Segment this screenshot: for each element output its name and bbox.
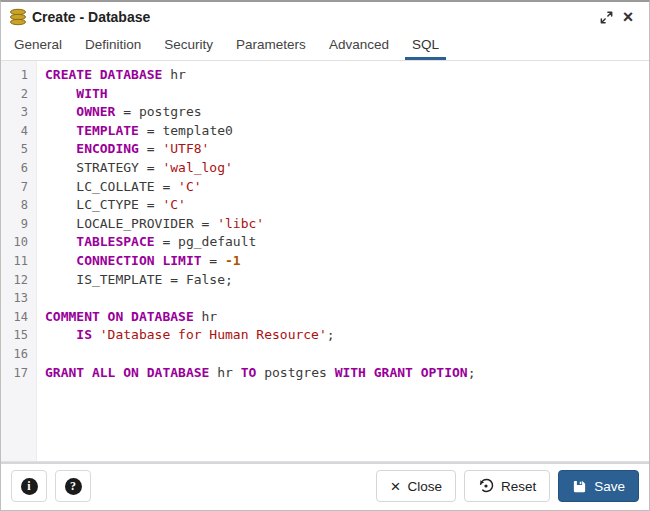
close-x-icon: × <box>390 478 400 495</box>
help-button[interactable]: ? <box>55 470 91 502</box>
code-line: TEMPLATE = template0 <box>45 122 649 141</box>
tab-definition[interactable]: Definition <box>78 32 148 60</box>
dialog-footer: i ? × Close Reset Save <box>1 461 649 510</box>
line-number: 11 <box>1 252 36 271</box>
code-line: CONNECTION LIMIT = -1 <box>45 252 649 271</box>
code-line: ENCODING = 'UTF8' <box>45 140 649 159</box>
code-line: TABLESPACE = pg_default <box>45 233 649 252</box>
line-number: 9 <box>1 215 36 234</box>
line-number: 4 <box>1 122 36 141</box>
line-number: 16 <box>1 345 36 364</box>
tab-general[interactable]: General <box>7 32 69 60</box>
save-icon <box>572 479 587 494</box>
code-line: IS_TEMPLATE = False; <box>45 271 649 290</box>
code-line: CREATE DATABASE hr <box>45 66 649 85</box>
tab-advanced[interactable]: Advanced <box>322 32 396 60</box>
create-database-dialog: Create - Database × GeneralDefinitionSec… <box>0 0 650 511</box>
line-number: 15 <box>1 326 36 345</box>
line-number: 13 <box>1 289 36 308</box>
code-line <box>45 345 649 364</box>
line-number: 6 <box>1 159 36 178</box>
line-number: 5 <box>1 140 36 159</box>
code-line: LOCALE_PROVIDER = 'libc' <box>45 215 649 234</box>
line-number: 8 <box>1 196 36 215</box>
line-number: 3 <box>1 103 36 122</box>
dialog-title: Create - Database <box>32 9 150 25</box>
tab-security[interactable]: Security <box>157 32 220 60</box>
code-line: OWNER = postgres <box>45 103 649 122</box>
line-number: 1 <box>1 66 36 85</box>
line-number: 12 <box>1 271 36 290</box>
sql-editor[interactable]: 1234567891011121314151617 CREATE DATABAS… <box>1 61 649 461</box>
close-button[interactable]: × Close <box>376 470 455 502</box>
code-line: STRATEGY = 'wal_log' <box>45 159 649 178</box>
database-icon <box>9 8 27 26</box>
sql-code-pane[interactable]: CREATE DATABASE hr WITH OWNER = postgres… <box>37 61 649 461</box>
tab-parameters[interactable]: Parameters <box>229 32 313 60</box>
save-button[interactable]: Save <box>558 470 639 502</box>
code-line <box>45 289 649 308</box>
line-number: 2 <box>1 85 36 104</box>
line-number: 14 <box>1 308 36 327</box>
save-button-label: Save <box>594 479 625 494</box>
line-number: 17 <box>1 364 36 383</box>
info-button[interactable]: i <box>11 470 47 502</box>
line-number: 7 <box>1 178 36 197</box>
close-button-label: Close <box>407 479 442 494</box>
line-number-gutter: 1234567891011121314151617 <box>1 61 37 461</box>
help-icon: ? <box>65 478 82 495</box>
code-line: GRANT ALL ON DATABASE hr TO postgres WIT… <box>45 364 649 383</box>
code-line: WITH <box>45 85 649 104</box>
code-line: LC_CTYPE = 'C' <box>45 196 649 215</box>
close-icon[interactable]: × <box>617 6 639 28</box>
dialog-titlebar: Create - Database × <box>1 2 649 32</box>
code-line: COMMENT ON DATABASE hr <box>45 308 649 327</box>
code-line: LC_COLLATE = 'C' <box>45 178 649 197</box>
tab-sql[interactable]: SQL <box>405 32 446 60</box>
code-line: IS 'Database for Human Resource'; <box>45 326 649 345</box>
reset-button-label: Reset <box>501 479 536 494</box>
line-number: 10 <box>1 233 36 252</box>
info-icon: i <box>21 478 38 495</box>
dialog-tabs: GeneralDefinitionSecurityParametersAdvan… <box>1 32 649 61</box>
reset-icon <box>478 478 494 494</box>
reset-button[interactable]: Reset <box>464 470 550 502</box>
expand-icon[interactable] <box>595 6 617 28</box>
